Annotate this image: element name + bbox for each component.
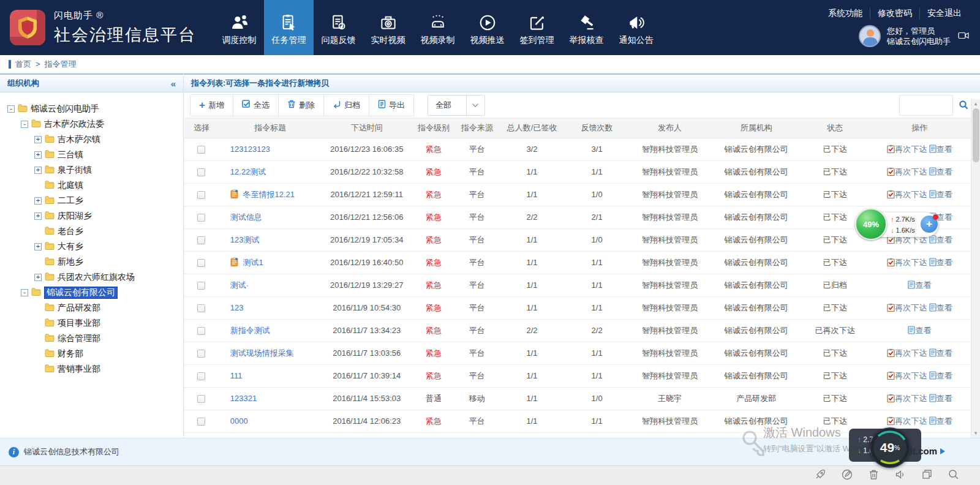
scrollbar-thumb[interactable] [973,108,979,162]
row-checkbox[interactable] [197,418,205,426]
vertical-scrollbar[interactable]: ▲ ▼ [971,99,980,438]
tree-item[interactable]: - 锦诚云创有限公司 [5,285,178,300]
tree-item[interactable]: 项目事业部 [5,315,178,331]
tree-item-label[interactable]: 吉木萨尔镇 [58,134,100,145]
tree-toggle-icon[interactable]: + [34,243,42,250]
system-functions-link[interactable]: 系统功能 [821,8,870,19]
tree-item[interactable]: 新地乡 [5,254,178,269]
view-link[interactable]: 查看 [929,145,952,154]
tree-item[interactable]: 营销事业部 [5,361,178,377]
command-title-link[interactable]: 测试信息 [230,212,262,222]
nav-video-record[interactable]: 视频录制 [413,0,462,55]
view-link[interactable]: 查看 [929,416,952,426]
command-title-link[interactable]: 123 [230,303,244,312]
row-checkbox[interactable] [197,259,205,267]
tree-item[interactable]: 产品研发部 [5,300,178,315]
command-title-link[interactable]: 12.22测试 [230,167,266,176]
view-link[interactable]: 查看 [929,394,952,403]
tree-item[interactable]: 综合管理部 [5,331,178,346]
tree-item[interactable]: + 吉木萨尔镇 [5,132,178,147]
command-title-link[interactable]: 0000 [230,416,248,426]
row-checkbox[interactable] [197,372,205,380]
command-title-link[interactable]: 测试现场情报采集 [230,348,294,358]
command-title-link[interactable]: 冬至情报12.21 [243,190,295,199]
command-title-link[interactable]: 111 [230,371,243,380]
zoom-search-icon[interactable] [948,469,959,483]
row-checkbox[interactable] [197,304,205,312]
status-filter-dropdown[interactable]: 全部 [428,95,485,116]
redispatch-link[interactable]: 再次下达 [887,145,927,154]
scroll-up-icon[interactable]: ▲ [973,99,978,108]
command-title-link[interactable]: 123123123 [230,145,270,154]
redispatch-link[interactable]: 再次下达 [887,303,927,312]
export-button[interactable]: 导出 [369,95,413,116]
row-checkbox[interactable] [197,214,205,222]
redispatch-link[interactable]: 再次下达 [887,348,927,358]
tree-item[interactable]: + 泉子街镇 [5,162,178,178]
archive-button[interactable]: 归档 [323,95,369,116]
tree-item-label[interactable]: 庆阳湖乡 [58,211,92,222]
annotate-icon[interactable] [842,469,853,483]
add-button[interactable]: + 新增 [190,95,233,116]
tree-item[interactable]: + 兵团农六师红旗农场 [5,269,178,285]
command-title-link[interactable]: 新指令测试 [230,326,270,335]
logout-link[interactable]: 安全退出 [919,8,969,19]
tree-item-label[interactable]: 产品研发部 [58,303,100,314]
tree-item-label[interactable]: 锦诚云创闪电助手 [31,103,99,115]
view-link[interactable]: 查看 [929,303,952,312]
row-checkbox[interactable] [197,350,205,358]
tree-toggle-icon[interactable]: - [21,289,28,296]
redispatch-link[interactable]: 再次下达 [887,167,927,176]
tree-toggle-icon[interactable]: + [34,197,42,205]
command-title-link[interactable]: 123测试 [230,235,260,244]
collapse-sidebar-icon[interactable]: « [171,78,176,89]
view-link[interactable]: 查看 [929,258,952,267]
view-link[interactable]: 查看 [929,371,952,380]
search-input[interactable] [899,95,953,116]
resource-percent-ball[interactable]: 49% [870,427,910,468]
tree-item-label[interactable]: 锦诚云创有限公司 [44,287,118,299]
nav-video-push[interactable]: 视频推送 [462,0,512,55]
row-checkbox[interactable] [197,327,205,335]
memory-ball[interactable]: 49% [855,208,887,240]
tree-item-label[interactable]: 兵团农六师红旗农场 [58,272,135,283]
tree-item[interactable]: - 锦诚云创闪电助手 [5,101,178,116]
chevron-down-icon[interactable] [466,96,484,115]
redispatch-link[interactable]: 再次下达 [887,190,927,199]
network-speed-widget[interactable]: 49% ↑ 2.7K/s ↓ 1.6K/s + [855,210,938,239]
row-checkbox[interactable] [197,191,205,199]
view-link[interactable]: 查看 [929,167,952,176]
tree-item-label[interactable]: 泉子街镇 [58,165,92,176]
window-restore-icon[interactable] [922,469,932,482]
redispatch-link[interactable]: 再次下达 [887,416,927,426]
tree-item-label[interactable]: 吉木萨尔政法委 [44,119,104,130]
tree-item-label[interactable]: 三台镇 [58,149,83,160]
view-link[interactable]: 查看 [908,280,931,290]
tree-item-label[interactable]: 项目事业部 [58,318,100,329]
row-checkbox[interactable] [197,282,205,290]
view-link[interactable]: 查看 [929,190,952,199]
tree-item[interactable]: + 二工乡 [5,193,178,208]
change-password-link[interactable]: 修改密码 [870,8,919,19]
row-checkbox[interactable] [197,146,205,154]
nav-realtime-video[interactable]: 实时视频 [363,0,413,55]
tree-item-label[interactable]: 老台乡 [58,226,83,237]
nav-task-management[interactable]: 任务管理 [264,0,314,55]
row-checkbox[interactable] [197,395,205,403]
tree-item[interactable]: + 三台镇 [5,147,178,162]
nav-dispatch-control[interactable]: 调度控制 [214,0,264,55]
tree-item-label[interactable]: 二工乡 [58,195,83,206]
row-checkbox[interactable] [197,168,205,176]
tree-item[interactable]: + 庆阳湖乡 [5,208,178,224]
tree-item[interactable]: 北庭镇 [5,178,178,193]
tree-item[interactable]: - 吉木萨尔政法委 [5,116,178,132]
select-all-button[interactable]: 全选 [233,95,278,116]
tree-toggle-icon[interactable]: + [34,212,42,220]
tree-item[interactable]: + 大有乡 [5,239,178,254]
view-link[interactable]: 查看 [929,348,952,358]
tree-toggle-icon[interactable]: + [34,151,42,159]
nav-problem-feedback[interactable]: 问题反馈 [314,0,363,55]
command-title-link[interactable]: 123321 [230,394,257,403]
nav-notice[interactable]: 通知公告 [611,0,661,55]
tree-toggle-icon[interactable]: + [34,167,42,174]
